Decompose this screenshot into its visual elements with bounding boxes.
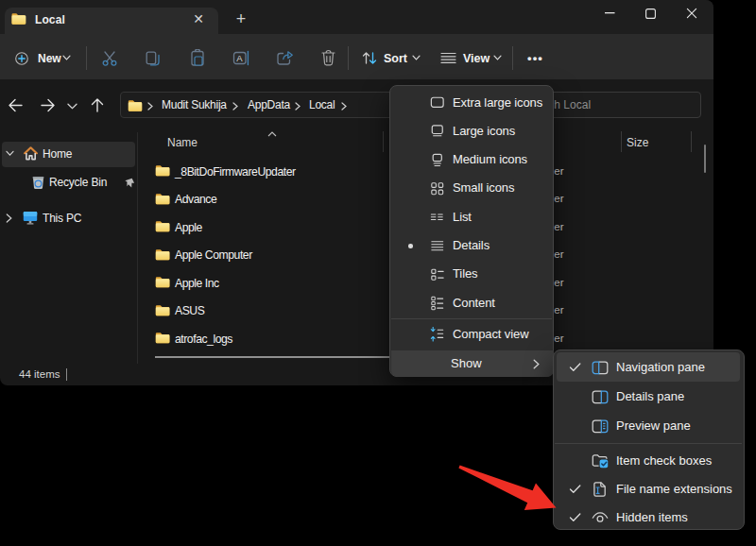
svg-text:A: A — [236, 53, 243, 63]
